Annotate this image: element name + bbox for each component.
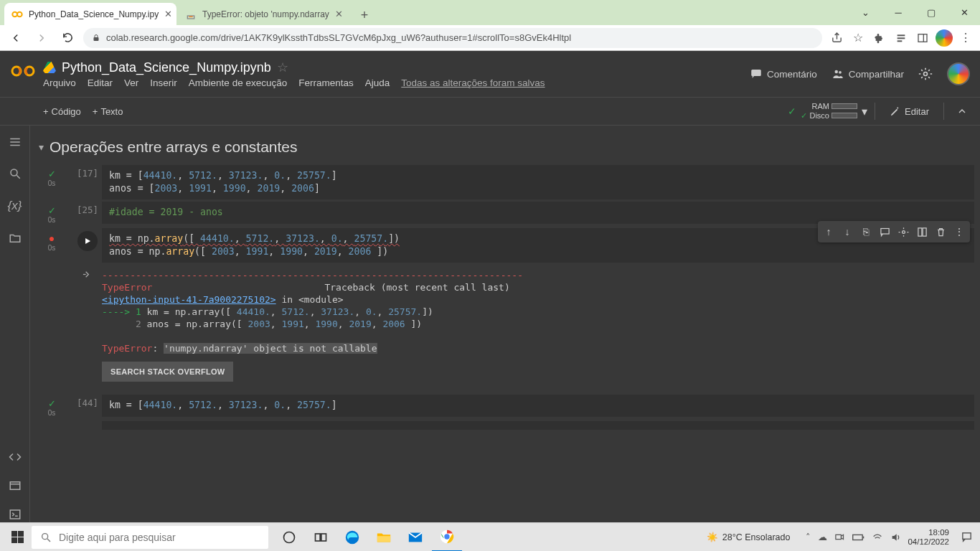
terminal-icon[interactable] <box>9 508 22 521</box>
window-close-icon[interactable]: ✕ <box>948 2 980 24</box>
svg-rect-24 <box>880 228 888 234</box>
browser-tab-active[interactable]: Python_Data_Science_Numpy.ipy ✕ <box>4 3 176 25</box>
cell-code[interactable] <box>102 421 974 430</box>
tab-title: TypeError: objeto 'numpy.ndarray <box>202 9 329 19</box>
search-stackoverflow-button[interactable]: SEARCH STACK OVERFLOW <box>102 362 233 382</box>
code-cell-active[interactable]: ↑ ↓ ⎘ ⋮ ●0s km = np.array([ 44410., 5712… <box>30 228 980 263</box>
more-cell-icon[interactable]: ⋮ <box>950 222 969 241</box>
kebab-menu-icon[interactable]: ⋮ <box>957 29 974 47</box>
window-maximize-icon[interactable]: ▢ <box>915 2 947 24</box>
edge-icon[interactable] <box>337 523 367 552</box>
cortana-icon[interactable] <box>274 523 304 552</box>
taskbar-clock[interactable]: 18:09 04/12/2022 <box>908 528 949 547</box>
meet-now-icon[interactable] <box>834 532 845 542</box>
search-icon[interactable] <box>9 167 22 180</box>
code-snippets-icon[interactable] <box>9 451 22 463</box>
file-explorer-icon[interactable] <box>369 523 399 552</box>
comment-cell-icon[interactable] <box>875 222 894 241</box>
add-code-button[interactable]: + Código <box>37 103 87 120</box>
add-text-button[interactable]: + Texto <box>87 103 129 120</box>
comment-button[interactable]: Comentário <box>750 67 817 80</box>
window-minimize-icon[interactable]: ─ <box>882 2 914 24</box>
delete-cell-icon[interactable] <box>931 222 950 241</box>
notifications-icon[interactable] <box>961 531 973 543</box>
onedrive-icon[interactable]: ☁ <box>818 532 827 542</box>
weather-widget[interactable]: ☀️ 28°C Ensolarado <box>707 532 791 542</box>
command-palette-icon[interactable] <box>9 479 22 492</box>
extensions-puzzle-icon[interactable] <box>871 29 888 47</box>
mirror-cell-icon[interactable] <box>913 222 931 241</box>
status-check-icon: ✓ <box>48 399 56 409</box>
menu-ajuda[interactable]: Ajuda <box>365 77 390 88</box>
volume-icon[interactable] <box>890 532 902 543</box>
status-error-icon: ● <box>49 232 55 244</box>
menu-arquivo[interactable]: Arquivo <box>43 77 76 88</box>
settings-cell-icon[interactable] <box>894 222 913 241</box>
url-input[interactable]: colab.research.google.com/drive/1AK7K9yl… <box>83 28 822 48</box>
move-down-icon[interactable]: ↓ <box>838 222 857 241</box>
output-toggle-icon[interactable] <box>82 269 93 280</box>
tab-close-icon[interactable]: ✕ <box>335 9 343 19</box>
nav-reload-button[interactable] <box>57 28 77 48</box>
chrome-icon[interactable] <box>432 523 462 552</box>
mail-icon[interactable] <box>400 523 430 552</box>
cell-code[interactable]: km = [44410., 5712., 37123., 0., 25757.] <box>102 395 974 417</box>
svg-rect-21 <box>10 482 20 490</box>
star-icon[interactable]: ☆ <box>277 60 288 75</box>
svg-point-14 <box>839 71 842 74</box>
cell-code[interactable]: km = [44410., 5712., 37123., 0., 25757.]… <box>102 165 974 199</box>
status-check-icon: ✓ <box>48 206 56 216</box>
browser-tab-inactive[interactable]: TypeError: objeto 'numpy.ndarray ✕ <box>178 3 350 25</box>
sidepanel-icon[interactable] <box>914 29 931 47</box>
start-button[interactable] <box>3 523 32 552</box>
settings-gear-icon[interactable] <box>918 67 933 81</box>
resource-monitor[interactable]: ✓ RAM ✓ Disco ▾ <box>788 102 867 121</box>
window-controls: ⌄ ─ ▢ ✕ <box>849 0 980 25</box>
code-cell[interactable]: ✓0s [17] km = [44410., 5712., 37123., 0.… <box>30 165 980 199</box>
menu-ver[interactable]: Ver <box>124 77 138 88</box>
collapse-arrow-icon[interactable]: ▾ <box>39 141 44 153</box>
tray-overflow-icon[interactable]: ˄ <box>806 532 811 542</box>
share-icon[interactable] <box>828 29 845 47</box>
svg-rect-23 <box>10 510 20 519</box>
main-area: {x} ▾ Operações entre arrays e constante… <box>0 126 980 531</box>
menu-inserir[interactable]: Inserir <box>150 77 177 88</box>
expand-toggle-button[interactable] <box>951 100 973 122</box>
system-tray: ☀️ 28°C Ensolarado ˄ ☁ 18:09 04/12/2022 <box>707 528 977 547</box>
menu-editar[interactable]: Editar <box>88 77 113 88</box>
drive-icon <box>43 62 56 73</box>
tab-close-icon[interactable]: ✕ <box>164 9 172 19</box>
new-tab-button[interactable]: + <box>354 5 374 25</box>
notebook-content[interactable]: ▾ Operações entre arrays e constantes ✓0… <box>30 126 980 531</box>
edit-mode-button[interactable]: Editar <box>882 103 936 120</box>
link-icon[interactable]: ⎘ <box>857 222 875 241</box>
code-cell[interactable]: ✓0s [44] km = [44410., 5712., 37123., 0.… <box>30 395 980 417</box>
share-button[interactable]: Compartilhar <box>831 67 904 80</box>
bookmark-star-icon[interactable]: ☆ <box>849 29 867 47</box>
files-icon[interactable] <box>9 232 22 245</box>
variables-icon[interactable]: {x} <box>8 199 22 213</box>
doc-title[interactable]: Python_Data_Science_Numpy.ipynb <box>62 60 271 75</box>
nav-back-button[interactable] <box>6 28 26 48</box>
traceback-link[interactable]: <ipython-input-41-7a9002275102> <box>102 294 276 305</box>
dropdown-icon[interactable]: ▾ <box>862 105 867 118</box>
taskbar-search-input[interactable]: Digite aqui para pesquisar <box>32 526 268 549</box>
account-avatar[interactable] <box>947 62 970 85</box>
wifi-icon[interactable] <box>872 532 883 543</box>
nav-forward-button <box>32 28 52 48</box>
caret-down-icon[interactable]: ⌄ <box>849 2 881 24</box>
svg-rect-6 <box>897 37 905 39</box>
menu-ambiente[interactable]: Ambiente de execução <box>189 77 287 88</box>
toc-icon[interactable] <box>9 136 22 149</box>
code-cell[interactable] <box>30 421 980 430</box>
colab-logo-icon[interactable] <box>10 62 33 85</box>
task-view-icon[interactable] <box>306 523 336 552</box>
profile-avatar-icon[interactable] <box>936 29 953 47</box>
section-header[interactable]: ▾ Operações entre arrays e constantes <box>30 131 980 163</box>
menu-ferramentas[interactable]: Ferramentas <box>298 77 354 88</box>
move-up-icon[interactable]: ↑ <box>819 222 838 241</box>
run-cell-button[interactable] <box>77 231 98 251</box>
battery-icon[interactable] <box>852 533 864 542</box>
reading-list-icon[interactable] <box>892 29 910 47</box>
save-status[interactable]: Todas as alterações foram salvas <box>401 77 545 88</box>
